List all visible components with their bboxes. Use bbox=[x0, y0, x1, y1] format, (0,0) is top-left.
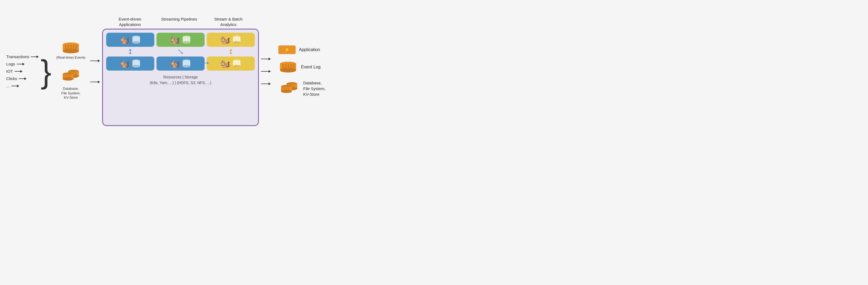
arrow-right-icon bbox=[31, 57, 38, 57]
input-label: IOT bbox=[6, 69, 13, 74]
svg-rect-67 bbox=[290, 64, 292, 70]
squirrel-icon-4: 🐿️ bbox=[120, 59, 130, 68]
output-eventlog: Event Log bbox=[278, 62, 326, 73]
input-clicks: Clicks bbox=[6, 76, 38, 81]
svg-rect-82 bbox=[288, 87, 289, 92]
input-label: Transactions bbox=[6, 54, 29, 59]
arrow-to-main-bot bbox=[90, 80, 100, 84]
main-box: 🐿️ 🐿️ bbox=[102, 29, 259, 126]
cell-analytics-top: 🐿️ bbox=[207, 33, 255, 47]
input-iot: IOT bbox=[6, 69, 38, 74]
inter-row-arrows bbox=[106, 49, 255, 54]
input-list: Transactions Logs IOT Clicks ... bbox=[6, 54, 38, 88]
cylinder-icon-4 bbox=[131, 59, 141, 68]
arrow-to-output-mid bbox=[261, 69, 271, 74]
svg-rect-4 bbox=[67, 45, 69, 51]
main-box-footer: Resources | Storage (K8s, Yarn, ...) | (… bbox=[106, 74, 255, 86]
arrow-to-main-top bbox=[90, 58, 100, 63]
svg-rect-81 bbox=[286, 87, 287, 92]
input-transactions: Transactions bbox=[6, 54, 38, 59]
squirrel-icon-6: 🐿️ bbox=[220, 59, 230, 68]
svg-marker-56 bbox=[269, 58, 271, 60]
main-to-output-arrows bbox=[261, 57, 271, 86]
svg-rect-19 bbox=[65, 74, 67, 79]
h-arrow-icon bbox=[203, 61, 209, 66]
svg-point-34 bbox=[233, 41, 241, 44]
arrow-to-output-top bbox=[261, 57, 271, 61]
svg-marker-50 bbox=[207, 62, 209, 64]
svg-marker-60 bbox=[269, 83, 271, 85]
svg-rect-64 bbox=[282, 64, 284, 70]
svg-point-31 bbox=[183, 41, 190, 44]
cylinder-icon-5 bbox=[182, 59, 191, 68]
svg-marker-51 bbox=[203, 62, 204, 64]
kafka-icon bbox=[61, 42, 81, 53]
arrow-right-icon bbox=[19, 78, 26, 79]
db-label: Database,File System,KV-Store bbox=[61, 87, 81, 100]
center-section: Event-drivenApplications Streaming Pipel… bbox=[102, 17, 259, 126]
svg-rect-65 bbox=[285, 64, 286, 70]
svg-rect-68 bbox=[293, 64, 294, 70]
svg-rect-14 bbox=[75, 72, 76, 77]
svg-point-45 bbox=[132, 65, 140, 67]
db-stack-icon bbox=[60, 68, 82, 84]
app-icon: ⚡ bbox=[278, 46, 296, 54]
header-col3: Stream & BatchAnalytics bbox=[204, 17, 253, 27]
v-arrow-1 bbox=[106, 49, 154, 54]
arrow-to-output-bot bbox=[261, 81, 271, 86]
brace-icon: } bbox=[40, 55, 51, 88]
v-arrow-3 bbox=[207, 49, 255, 54]
double-arrow-blue bbox=[128, 49, 133, 54]
footer-line1: Resources | Storage bbox=[106, 74, 255, 80]
v-arrow-2 bbox=[156, 49, 205, 54]
footer-line2: (K8s, Yarn, ...) | (HDFS, S3, NFS, ...) bbox=[106, 80, 255, 86]
cell-event-driven-bot: 🐿️ bbox=[106, 57, 154, 70]
svg-marker-42 bbox=[229, 49, 232, 51]
output-application: ⚡ Application bbox=[278, 46, 326, 54]
arrow-right-icon bbox=[11, 86, 19, 86]
app-label: Application bbox=[299, 47, 320, 52]
cylinder-icon-3 bbox=[232, 35, 242, 45]
svg-marker-36 bbox=[129, 53, 132, 54]
main-bottom-row: 🐿️ 🐿️ bbox=[106, 57, 255, 70]
svg-rect-5 bbox=[70, 45, 72, 51]
horizontal-double-arrow bbox=[203, 61, 209, 65]
main-top-row: 🐿️ 🐿️ bbox=[106, 33, 255, 47]
svg-rect-75 bbox=[293, 84, 295, 89]
squirrel-icon-5: 🐿️ bbox=[170, 59, 180, 68]
column-headers: Event-drivenApplications Streaming Pipel… bbox=[102, 17, 256, 27]
database-icon bbox=[60, 68, 82, 84]
diagonal-arrow-blue bbox=[178, 49, 183, 54]
svg-rect-6 bbox=[73, 45, 74, 51]
svg-rect-3 bbox=[65, 45, 66, 51]
cylinder-icon-2 bbox=[182, 35, 191, 45]
svg-marker-41 bbox=[229, 53, 232, 54]
diagram: Transactions Logs IOT Clicks ... } bbox=[6, 17, 428, 126]
eventlog-icon bbox=[278, 62, 298, 73]
source-to-main-arrows bbox=[90, 58, 100, 84]
events-group: (Real-time) Events bbox=[56, 42, 85, 60]
svg-point-54 bbox=[233, 65, 241, 67]
svg-point-48 bbox=[183, 65, 190, 67]
cylinder-icon-6 bbox=[232, 59, 242, 68]
svg-rect-79 bbox=[282, 87, 283, 92]
svg-marker-23 bbox=[98, 59, 100, 62]
input-logs: Logs bbox=[6, 62, 38, 66]
svg-rect-18 bbox=[63, 74, 65, 79]
left-source-icons: (Real-time) Events bbox=[56, 42, 85, 100]
arrow-right-icon bbox=[14, 71, 22, 72]
svg-rect-20 bbox=[67, 74, 69, 79]
svg-rect-7 bbox=[76, 45, 77, 51]
eventlog-label: Event Log bbox=[301, 65, 320, 69]
squirrel-icon-2: 🐿️ bbox=[170, 35, 180, 45]
input-label: ... bbox=[6, 84, 10, 88]
svg-rect-66 bbox=[287, 64, 289, 70]
lightning-icon: ⚡ bbox=[284, 47, 290, 53]
input-more: ... bbox=[6, 84, 38, 88]
cell-event-driven: 🐿️ bbox=[106, 33, 154, 47]
svg-rect-21 bbox=[70, 74, 71, 79]
input-label: Logs bbox=[6, 62, 15, 66]
cell-analytics-bot: 🐿️ bbox=[207, 57, 255, 70]
input-brace: } bbox=[40, 55, 51, 88]
svg-marker-25 bbox=[98, 81, 100, 83]
